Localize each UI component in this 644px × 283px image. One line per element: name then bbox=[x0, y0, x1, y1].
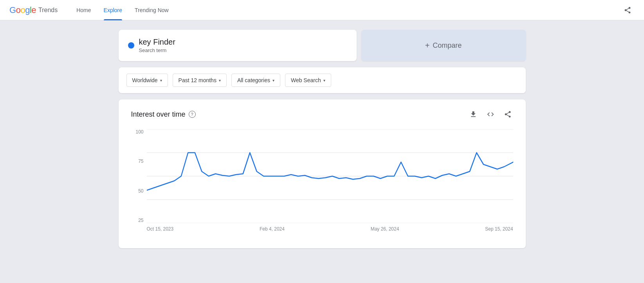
x-label-oct: Oct 15, 2023 bbox=[147, 226, 174, 232]
chart-share-icon bbox=[504, 110, 512, 118]
search-type: Search term bbox=[139, 47, 175, 53]
share-icon bbox=[624, 6, 631, 14]
logo-o1: o bbox=[16, 5, 21, 15]
chart-title: Interest over time bbox=[131, 110, 186, 119]
y-label-50: 50 bbox=[138, 188, 143, 194]
filters-row: Worldwide ▾ Past 12 months ▾ All categor… bbox=[119, 67, 526, 93]
x-axis: Oct 15, 2023 Feb 4, 2024 May 26, 2024 Se… bbox=[147, 223, 513, 239]
search-dot bbox=[128, 42, 134, 49]
download-button[interactable] bbox=[468, 109, 479, 120]
main-content: key Finder Search term + Compare Worldwi… bbox=[119, 20, 526, 258]
chart-card: Interest over time ? bbox=[119, 99, 526, 248]
filter-category-label: All categories bbox=[237, 77, 270, 83]
main-nav: Home Explore Trending Now bbox=[70, 0, 175, 20]
x-label-sep: Sep 15, 2024 bbox=[485, 226, 513, 232]
y-axis: 100 75 50 25 bbox=[131, 129, 147, 223]
filter-search-type-label: Web Search bbox=[291, 77, 321, 83]
logo-g: G bbox=[9, 5, 16, 15]
x-label-feb: Feb 4, 2024 bbox=[260, 226, 285, 232]
chevron-down-icon: ▾ bbox=[160, 78, 162, 83]
compare-card[interactable]: + Compare bbox=[361, 30, 526, 61]
embed-button[interactable] bbox=[485, 109, 496, 120]
filter-region[interactable]: Worldwide ▾ bbox=[126, 74, 168, 87]
filter-category[interactable]: All categories ▾ bbox=[231, 74, 280, 87]
nav-explore[interactable]: Explore bbox=[97, 0, 128, 20]
filter-region-label: Worldwide bbox=[132, 77, 158, 83]
search-card: key Finder Search term bbox=[119, 30, 357, 61]
x-label-may: May 26, 2024 bbox=[371, 226, 399, 232]
search-row: key Finder Search term + Compare bbox=[119, 30, 526, 61]
chevron-down-icon: ▾ bbox=[323, 78, 325, 83]
search-term: key Finder bbox=[139, 38, 175, 47]
logo[interactable]: Google Trends bbox=[9, 5, 58, 15]
logo-g2: g bbox=[25, 5, 30, 15]
compare-label: Compare bbox=[433, 41, 462, 50]
y-label-100: 100 bbox=[135, 129, 143, 135]
help-icon-text: ? bbox=[191, 112, 193, 117]
y-label-25: 25 bbox=[138, 218, 143, 223]
chart-area: 100 75 50 25 Oct bbox=[131, 129, 513, 239]
logo-trends-text: Trends bbox=[38, 7, 58, 14]
logo-e: e bbox=[31, 5, 36, 15]
chart-header: Interest over time ? bbox=[131, 109, 513, 120]
help-icon[interactable]: ? bbox=[189, 111, 196, 118]
filter-time-label: Past 12 months bbox=[179, 77, 216, 83]
chart-share-button[interactable] bbox=[502, 109, 513, 120]
chart-inner bbox=[147, 129, 513, 223]
logo-o2: o bbox=[20, 5, 25, 15]
download-icon bbox=[469, 110, 477, 118]
chevron-down-icon: ▾ bbox=[219, 78, 221, 83]
search-text-block: key Finder Search term bbox=[139, 38, 175, 53]
nav-trending[interactable]: Trending Now bbox=[128, 0, 175, 20]
y-label-75: 75 bbox=[138, 159, 143, 164]
header-share-button[interactable] bbox=[621, 3, 635, 17]
filter-time[interactable]: Past 12 months ▾ bbox=[173, 74, 227, 87]
filter-search-type[interactable]: Web Search ▾ bbox=[285, 74, 331, 87]
line-chart-svg bbox=[147, 129, 513, 223]
header: Google Trends Home Explore Trending Now bbox=[0, 0, 644, 20]
chart-actions bbox=[468, 109, 513, 120]
chevron-down-icon: ▾ bbox=[272, 78, 274, 83]
embed-icon bbox=[487, 110, 494, 118]
nav-home[interactable]: Home bbox=[70, 0, 97, 20]
chart-title-area: Interest over time ? bbox=[131, 110, 196, 119]
compare-plus: + bbox=[425, 41, 430, 50]
